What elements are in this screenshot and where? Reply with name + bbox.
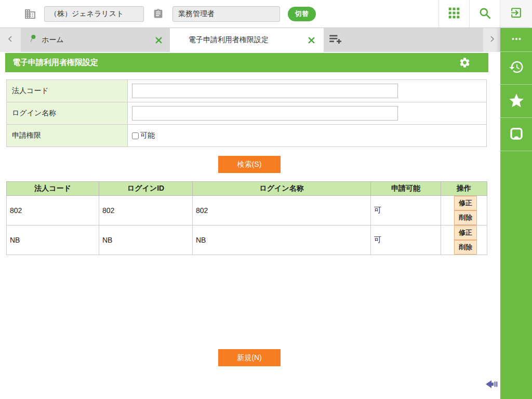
form-row: ログイン名称 [7,102,487,125]
delete-button[interactable]: 削除 [454,240,477,255]
form-row: 申請権限 可能 [7,125,487,147]
switch-button[interactable]: 切替 [288,7,316,21]
app-window: 切替 [0,0,532,399]
sidebar-tray-button[interactable] [500,118,532,151]
sidebar-history-button[interactable] [500,52,532,85]
sidebar-favorites-button[interactable] [500,85,532,118]
field-label: ログイン名称 [7,102,128,125]
tab-bar: ホーム 電子申請利用者権限設定 [0,28,500,52]
search-icon [478,6,491,22]
corp-code-cell: NB [7,225,99,255]
ellipsis-icon [510,33,523,47]
col-header: 操作 [441,182,487,196]
login-name-input[interactable] [132,106,398,121]
gear-icon[interactable] [459,57,471,69]
history-icon [509,59,524,77]
star-icon [508,92,525,111]
checkbox-label: 可能 [140,131,155,140]
operations-cell: 修正 削除 [441,225,487,255]
page-title: 電子申請利用者権限設定 [12,58,98,68]
company-input[interactable] [44,6,144,22]
close-icon[interactable] [155,36,163,44]
add-tab-button[interactable] [324,28,483,52]
corp-code-cell: 802 [7,196,99,225]
add-tab-icon [328,32,341,48]
tray-icon [509,126,524,143]
top-bar-actions [438,0,532,28]
login-id-cell: NB [99,225,193,255]
col-header: ログインID [99,182,193,196]
field-label: 法人コード [7,80,128,102]
apps-grid-icon [447,6,461,22]
table-row: 802 802 802 可 修正 削除 [7,196,487,225]
right-sidebar [500,28,532,399]
delete-button[interactable]: 削除 [454,210,477,225]
can-apply-cell: 可 [371,196,441,225]
chevron-right-icon [487,34,497,46]
tab-active-label: 電子申請利用者権限設定 [189,35,269,45]
table-row: NB NB NB 可 修正 削除 [7,225,487,255]
role-input[interactable] [172,6,280,22]
login-name-cell: NB [193,225,371,255]
col-header: 法人コード [7,182,99,196]
search-button[interactable] [469,0,500,28]
clipboard-icon [153,8,164,19]
form-row: 法人コード [7,80,487,102]
building-icon [24,8,36,20]
search-submit-button[interactable]: 検索(S) [218,156,281,173]
can-apply-cell: 可 [371,225,441,255]
tab-home-label: ホーム [42,35,64,45]
field-label: 申請権限 [7,125,128,147]
page-header: 電子申請利用者権限設定 [5,53,488,72]
sidebar-more-button[interactable] [500,28,532,52]
login-name-cell: 802 [193,196,371,225]
results-header-row: 法人コード ログインID ログイン名称 申請可能 操作 [7,182,487,196]
operations-cell: 修正 削除 [441,196,487,225]
tab-active[interactable]: 電子申請利用者権限設定 [170,28,324,52]
tabs-scroll-right-button[interactable] [483,28,500,52]
pin-icon [28,34,37,46]
results-tbody: 802 802 802 可 修正 削除 NB NB NB 可 修正 削除 [7,196,487,255]
top-bar-context: 切替 [0,6,316,22]
logout-icon [510,6,523,21]
collapse-arrow-icon[interactable] [485,378,499,390]
new-record-button[interactable]: 新規(N) [218,349,281,366]
apps-grid-button[interactable] [438,0,469,28]
apply-permission-checkbox[interactable] [132,132,139,139]
tab-home[interactable]: ホーム [21,28,170,52]
main-content: 電子申請利用者権限設定 法人コード ログイン名称 申請権限 可能 [0,52,500,399]
edit-button[interactable]: 修正 [454,196,477,210]
col-header: 申請可能 [371,182,441,196]
close-icon[interactable] [308,36,315,44]
tabs-scroll-left-button[interactable] [0,28,21,52]
corp-code-input[interactable] [132,84,398,98]
logout-button[interactable] [500,0,532,28]
login-id-cell: 802 [99,196,193,225]
results-table: 法人コード ログインID ログイン名称 申請可能 操作 802 802 802 … [6,181,487,255]
col-header: ログイン名称 [193,182,371,196]
edit-button[interactable]: 修正 [454,225,477,240]
search-form: 法人コード ログイン名称 申請権限 可能 [6,79,487,147]
chevron-left-icon [5,34,16,46]
top-bar: 切替 [0,0,532,28]
